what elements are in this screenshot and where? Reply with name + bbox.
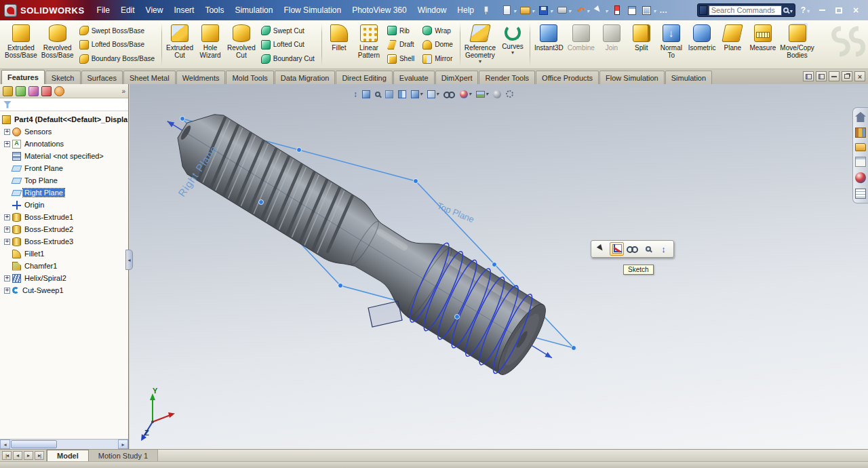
scrollbar-thumb[interactable]: [11, 440, 57, 448]
rotate-view-icon[interactable]: [506, 88, 513, 100]
menu-edit[interactable]: Edit: [115, 3, 140, 18]
hide-show-button[interactable]: [625, 242, 639, 256]
home-icon[interactable]: [855, 112, 866, 122]
expand-icon[interactable]: [4, 141, 10, 147]
split-button[interactable]: Split: [627, 22, 656, 68]
save-button[interactable]: [536, 3, 554, 18]
revolved-boss-base-button[interactable]: RevolvedBoss/Base: [39, 22, 76, 68]
sweep-profile-sketch[interactable]: [368, 301, 402, 327]
expand-icon[interactable]: [4, 239, 10, 245]
tree-item-boss-extrude2[interactable]: Boss-Extrude2: [0, 223, 128, 235]
rib-button[interactable]: Rib: [385, 24, 416, 37]
search-commands-input[interactable]: [709, 5, 782, 16]
tab-evaluate[interactable]: Evaluate: [393, 71, 435, 84]
zoom-button[interactable]: [641, 242, 655, 256]
minimize-button[interactable]: [815, 5, 829, 16]
tab-direct-editing[interactable]: Direct Editing: [336, 71, 392, 84]
first-tab-button[interactable]: [2, 451, 12, 460]
menu-tools[interactable]: Tools: [199, 3, 229, 18]
combine-button[interactable]: Combine: [566, 22, 597, 68]
tab-model[interactable]: Model: [47, 450, 89, 461]
fillet-button[interactable]: Fillet: [324, 22, 354, 68]
edit-appearance-icon[interactable]: [460, 88, 471, 100]
menu-photoview360[interactable]: PhotoView 360: [347, 3, 412, 18]
previous-tab-button[interactable]: [13, 451, 22, 460]
panel-toggle-icon-2[interactable]: [816, 71, 827, 81]
open-button[interactable]: [518, 3, 536, 18]
toolbar-overflow-button[interactable]: [658, 3, 669, 18]
expand-icon[interactable]: [4, 214, 10, 220]
tab-flow-simulation[interactable]: Flow Simulation: [599, 71, 665, 84]
tab-mold-tools[interactable]: Mold Tools: [226, 71, 273, 84]
plane-button[interactable]: Plane: [717, 22, 747, 68]
document-close-button[interactable]: [854, 71, 865, 81]
scroll-left-button[interactable]: [0, 440, 10, 449]
filter-funnel-icon[interactable]: [3, 101, 12, 109]
featuremanager-tree-icon[interactable]: [3, 86, 13, 96]
boundary-boss-base-button[interactable]: Boundary Boss/Base: [77, 53, 157, 65]
tab-motion-study-1[interactable]: Motion Study 1: [89, 450, 158, 461]
chevron-down-icon[interactable]: [587, 5, 589, 15]
maximize-button[interactable]: [832, 5, 846, 16]
displaymanager-icon[interactable]: [54, 86, 64, 96]
expand-icon[interactable]: [4, 129, 10, 135]
overflow-chevron-icon[interactable]: [121, 87, 125, 95]
tab-weldments[interactable]: Weldments: [176, 71, 226, 84]
edit-sketch-button[interactable]: [610, 242, 624, 256]
join-button[interactable]: Join: [597, 22, 627, 68]
options-button[interactable]: [639, 3, 657, 18]
normal-to-button[interactable]: NormalTo: [656, 22, 686, 68]
undo-button[interactable]: [573, 3, 591, 18]
search-dropdown-icon[interactable]: [790, 5, 793, 15]
isometric-button[interactable]: Isometric: [686, 22, 718, 68]
tab-surfaces[interactable]: Surfaces: [81, 71, 123, 84]
menu-window[interactable]: Window: [412, 3, 452, 18]
tree-item-material[interactable]: Material <not specified>: [0, 150, 128, 162]
propertymanager-icon[interactable]: [16, 86, 26, 96]
document-restore-button[interactable]: [842, 71, 852, 81]
help-button[interactable]: ?: [801, 5, 810, 15]
menu-flow-simulation[interactable]: Flow Simulation: [278, 3, 347, 18]
close-button[interactable]: [849, 5, 863, 16]
panel-toggle-icon-1[interactable]: [803, 71, 814, 81]
rebuild-button[interactable]: [610, 3, 624, 18]
file-properties-button[interactable]: [625, 3, 639, 18]
tab-sheet-metal[interactable]: Sheet Metal: [123, 71, 176, 84]
swept-boss-base-button[interactable]: Swept Boss/Base: [77, 24, 157, 37]
measure-button[interactable]: Measure: [747, 22, 778, 68]
pushpin-icon[interactable]: [481, 5, 490, 15]
select-button[interactable]: [594, 242, 608, 256]
updown-arrow-icon[interactable]: [353, 88, 357, 100]
normal-to-button[interactable]: [656, 242, 671, 256]
lofted-cut-button[interactable]: Lofted Cut: [259, 39, 317, 51]
part-model[interactable]: [144, 84, 575, 395]
tab-dimxpert[interactable]: DimXpert: [435, 71, 479, 84]
custom-properties-icon[interactable]: [855, 189, 866, 199]
chevron-down-icon[interactable]: [532, 5, 534, 15]
tree-item-front-plane[interactable]: Front Plane: [0, 162, 128, 174]
tree-item-boss-extrude3[interactable]: Boss-Extrude3: [0, 235, 128, 248]
new-document-button[interactable]: [500, 3, 517, 18]
tree-item-origin[interactable]: Origin: [0, 199, 128, 211]
section-view-icon[interactable]: [398, 88, 406, 100]
curves-button[interactable]: Curves: [498, 22, 528, 68]
scrollbar-track[interactable]: [10, 440, 118, 448]
menu-simulation[interactable]: Simulation: [229, 3, 278, 18]
tab-data-migration[interactable]: Data Migration: [275, 71, 336, 84]
tab-sketch[interactable]: Sketch: [45, 71, 81, 84]
chevron-down-icon[interactable]: [605, 5, 608, 15]
shell-button[interactable]: Shell: [385, 53, 416, 65]
panel-splitter-handle[interactable]: [125, 250, 133, 270]
tree-root-part[interactable]: Part4 (Default<<Default>_Displa: [0, 113, 128, 125]
view-palette-icon[interactable]: [855, 157, 866, 167]
instant3d-button[interactable]: Instant3D: [532, 22, 566, 68]
chevron-down-icon[interactable]: [653, 5, 656, 15]
print-button[interactable]: [555, 3, 572, 18]
tree-item-annotations[interactable]: Annotations: [0, 138, 128, 150]
menu-help[interactable]: Help: [452, 3, 479, 18]
graphics-area[interactable]: Sketch Right Plane Top Plane Y Z: [130, 84, 868, 449]
mirror-button[interactable]: Mirror: [420, 53, 455, 65]
wrap-button[interactable]: Wrap: [420, 24, 455, 37]
menu-view[interactable]: View: [140, 3, 169, 18]
reference-geometry-button[interactable]: ReferenceGeometry: [462, 22, 498, 68]
